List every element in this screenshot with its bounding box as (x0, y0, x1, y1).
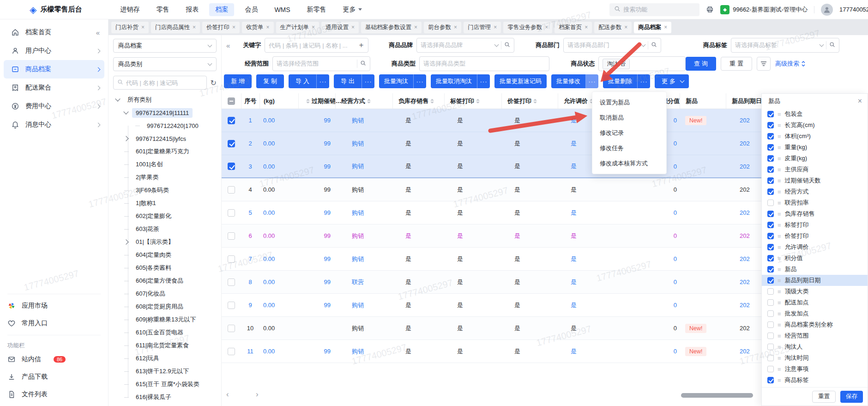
close-icon[interactable]: × (664, 24, 667, 30)
printer-icon[interactable] (706, 6, 714, 13)
keyword-input-box[interactable]: + (265, 38, 368, 53)
expander-open-icon[interactable] (115, 96, 120, 101)
column-header-kg[interactable]: (kg) (259, 93, 298, 109)
close-icon[interactable]: × (232, 24, 235, 30)
expander-open-icon[interactable] (123, 109, 128, 114)
topbar-menu-item-6[interactable]: 新零售 (301, 3, 332, 16)
row-checkbox[interactable] (228, 325, 235, 332)
tree-node-5[interactable]: 1001|名创 (113, 158, 217, 171)
tree-node-3[interactable]: 99767122415|lyfcs (113, 132, 217, 145)
drag-handle-icon[interactable]: ≡ (778, 177, 781, 184)
column-checkbox[interactable] (767, 155, 774, 162)
column-option-17[interactable]: ≡配送加点 (762, 297, 868, 308)
panel-reset-button[interactable]: 重置 (812, 391, 836, 403)
more-options-icon[interactable]: ··· (414, 74, 426, 88)
keyword-input[interactable] (269, 42, 355, 49)
column-option-8[interactable]: ≡联营扣率 (762, 197, 868, 208)
avatar[interactable] (821, 4, 833, 16)
close-icon[interactable]: × (351, 24, 355, 30)
toolbar-button-7[interactable]: 批量修改 (551, 74, 586, 88)
tab-3[interactable]: 收货单× (242, 22, 274, 33)
row-checkbox[interactable] (228, 163, 235, 170)
sidebar-shortcut-0[interactable]: 应用市场 (0, 297, 108, 315)
row-checkbox[interactable] (228, 348, 235, 355)
column-checkbox[interactable] (767, 377, 774, 383)
column-checkbox[interactable] (767, 244, 774, 250)
tree-node-9[interactable]: 602|定量膨化 (113, 210, 217, 223)
column-checkbox[interactable] (767, 288, 774, 295)
tree-node-23[interactable]: 616|裸装瓜子 (113, 391, 217, 404)
column-header-is_new[interactable]: 新品 (680, 93, 726, 109)
drag-handle-icon[interactable]: ≡ (778, 355, 781, 362)
brand-select[interactable]: 请选择商品品牌 (416, 38, 514, 53)
column-option-6[interactable]: ≡过期催销天数 (762, 175, 868, 186)
drag-handle-icon[interactable]: ≡ (778, 122, 781, 129)
toolbar-button-4[interactable]: 批量淘汰 (379, 74, 414, 88)
row-checkbox[interactable] (228, 117, 235, 124)
column-option-4[interactable]: ≡皮重(kg) (762, 153, 868, 164)
username[interactable]: 177740052 (839, 6, 868, 13)
column-option-16[interactable]: ≡顶级大类 (762, 286, 868, 297)
toolbar-button-0[interactable]: 新增 (224, 74, 252, 88)
close-icon[interactable]: × (494, 24, 497, 30)
advanced-search-button[interactable]: 高级搜索 (775, 60, 806, 68)
tag-select[interactable]: 请选择商品标签 (731, 38, 839, 53)
close-icon[interactable]: × (266, 24, 270, 30)
close-icon[interactable]: × (193, 24, 196, 30)
sidebar-item-3[interactable]: 配送聚合 (4, 79, 104, 97)
category-select[interactable]: 商品类别 (113, 57, 217, 71)
column-checkbox[interactable] (767, 355, 774, 361)
search-button[interactable]: 查询 (686, 57, 716, 71)
toolbar-button-5[interactable]: 批量取消淘汰 (431, 74, 477, 88)
menu-item-0[interactable]: 设置为新品 (592, 95, 666, 110)
more-options-icon[interactable]: ··· (362, 74, 374, 88)
reset-button[interactable]: 重置 (721, 57, 752, 71)
menu-item-1[interactable]: 取消新品 (592, 110, 666, 125)
tenant-switcher[interactable]: ◆ 99662-新界面测试-管理中心 (720, 5, 808, 14)
add-keyword-icon[interactable]: + (358, 41, 364, 50)
drag-handle-icon[interactable]: ≡ (778, 200, 781, 206)
tree-node-7[interactable]: 3|F69条码类 (113, 184, 217, 197)
topbar-menu-item-3[interactable]: 档案 (209, 3, 234, 16)
row-checkbox[interactable] (228, 140, 235, 147)
drag-handle-icon[interactable]: ≡ (778, 155, 781, 162)
topbar-menu-item-1[interactable]: 零售 (150, 3, 175, 16)
drag-handle-icon[interactable]: ≡ (778, 344, 781, 351)
tab-11[interactable]: 配送参数× (594, 22, 632, 33)
drag-handle-icon[interactable]: ≡ (778, 288, 781, 295)
column-header-seq[interactable]: 序号 (241, 93, 259, 109)
drag-handle-icon[interactable]: ≡ (778, 310, 781, 317)
row-checkbox[interactable] (228, 302, 235, 309)
column-checkbox[interactable] (767, 255, 774, 261)
drag-handle-icon[interactable]: ≡ (778, 255, 781, 262)
refresh-icon[interactable]: ↻ (211, 79, 217, 87)
close-icon[interactable]: × (545, 24, 548, 30)
drag-handle-icon[interactable]: ≡ (778, 244, 781, 251)
drag-handle-icon[interactable]: ≡ (778, 166, 781, 173)
column-checkbox[interactable] (767, 299, 774, 306)
tree-node-16[interactable]: 608|定货厨房用品 (113, 300, 217, 313)
status-tag[interactable]: 淘汰:否 (603, 59, 630, 69)
tree-search-box[interactable] (113, 76, 207, 90)
column-option-3[interactable]: ≡重量(kg) (762, 142, 868, 153)
column-checkbox[interactable] (767, 321, 774, 328)
column-option-7[interactable]: ≡经营方式 (762, 186, 868, 197)
tab-8[interactable]: 门店管理× (464, 22, 501, 33)
topbar-menu-item-0[interactable]: 进销存 (114, 3, 145, 16)
tree-node-13[interactable]: 605|各类酱料 (113, 261, 217, 274)
tree-node-10[interactable]: 603|花茶 (113, 223, 217, 236)
panel-save-button[interactable]: 保存 (840, 391, 863, 403)
column-checkbox[interactable] (767, 222, 774, 228)
row-checkbox[interactable] (228, 232, 235, 240)
column-checkbox[interactable] (767, 133, 774, 139)
drag-handle-icon[interactable]: ≡ (778, 133, 781, 140)
collapse-sidebar-icon[interactable]: « (96, 29, 100, 36)
drag-handle-icon[interactable]: ≡ (778, 333, 781, 339)
tree-node-4[interactable]: 601|定量糖果巧克力 (113, 145, 217, 158)
global-search-input[interactable] (623, 6, 688, 13)
column-option-9[interactable]: ≡负库存销售 (762, 208, 868, 219)
scope-select[interactable]: 请选择经营范围 (272, 56, 370, 71)
column-header-price_print[interactable]: 价签打印 (501, 93, 558, 109)
drag-handle-icon[interactable]: ≡ (778, 299, 781, 306)
tab-5[interactable]: 通用设置× (321, 22, 359, 33)
